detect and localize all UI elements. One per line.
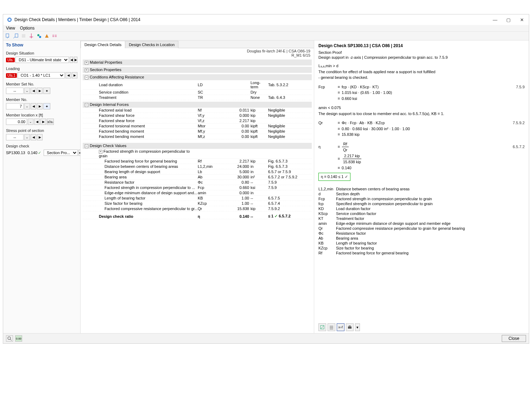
cond1-note2: - general bearing is checked. [318, 75, 525, 81]
ms-dropdown[interactable]: ⌄ [24, 88, 30, 94]
mn-dropdown[interactable]: ⌄ [24, 103, 30, 109]
legend-desc: Service condition factor [336, 211, 525, 216]
bottom-icon-1[interactable] [6, 335, 13, 342]
row-ref: 6.5.7 or 7.5.9 [268, 170, 310, 174]
collapse-icon[interactable]: − [85, 103, 88, 107]
legend-row: KZcpSize factor for bearing [318, 246, 525, 251]
table-row: Factored axial loadNf0.011kipNegligible [83, 108, 312, 113]
dc-id: SP1300.13 [6, 151, 25, 155]
row-val: 0.00 [222, 129, 251, 133]
right-footer-toolbar: x=f ▾ [318, 323, 360, 331]
row-ref: 7.5.9.2 [268, 207, 310, 211]
design-situation-label: Design Situation [6, 51, 77, 55]
member-set-input[interactable] [6, 88, 24, 94]
row-ref: Tab. 6.4.3 [268, 95, 310, 100]
expand-icon[interactable]: + [85, 68, 88, 72]
row-name: Resistance factor [93, 180, 198, 184]
loading-select[interactable]: CO1 - 1.40 * LC1 [18, 72, 65, 78]
sp-next-button[interactable]: ▶ [37, 134, 43, 140]
design-situation-select[interactable]: DS1 - Ultimate limit state [15, 57, 69, 63]
tree-pane[interactable]: +Material Properties +Section Properties… [81, 58, 314, 333]
ds-next-button[interactable]: ▶ [74, 57, 77, 63]
sp-prev-button[interactable]: ◀ [31, 134, 36, 140]
legend-sym: KT [318, 216, 336, 221]
mn-prev-button[interactable]: ◀ [31, 103, 36, 109]
row-sym: KB [198, 196, 222, 200]
maximize-button[interactable]: ▢ [505, 17, 512, 23]
legend-sym: Ab [318, 236, 336, 240]
expand-icon[interactable]: + [85, 61, 88, 65]
legend-row: KBLength of bearing factor [318, 241, 525, 246]
cond1-note1: The condition for effect of loads applie… [318, 69, 525, 75]
tool-icon-7[interactable] [51, 32, 58, 39]
co-prev-button[interactable]: ◀ [65, 72, 71, 78]
row-val: 2.217 [222, 119, 251, 123]
tab-location[interactable]: Design Checks in Location [125, 41, 178, 48]
fcp-block: Fcp=fcp · (KD · KScp · KT)7.5.9 =1.015 k… [318, 84, 525, 102]
co-next-button[interactable]: ▶ [72, 72, 77, 78]
ms-next-button[interactable]: ▶ [37, 88, 43, 94]
xx0-button[interactable]: x/x₀ [47, 119, 54, 125]
tab-details[interactable]: Design Check Details [81, 41, 125, 48]
row-ref: 6.5.7.4 [268, 201, 310, 205]
bottom-icon-2[interactable]: 0.00 [15, 335, 22, 342]
cond-block: L₁,₂,min > d The condition for effect of… [318, 63, 525, 81]
table-row: Distance between centers of bearing area… [83, 164, 312, 169]
bottombar: 0.00 Close [3, 333, 529, 343]
row-name: Factored bending moment [93, 134, 198, 139]
minimize-button[interactable]: — [492, 17, 499, 23]
row-sym: Qr [198, 207, 222, 211]
legend-row: fcpSpecified strength in compression per… [318, 201, 525, 206]
ms-prev-button[interactable]: ◀ [31, 88, 36, 94]
ds-tag: Uls. [6, 58, 15, 62]
print-icon[interactable] [346, 323, 354, 331]
row-sym: amin [198, 191, 222, 195]
material-label: Douglas fir-larch 24f-E | CSA O86-19 [247, 49, 310, 53]
tool-icon-1[interactable] [5, 32, 12, 39]
menu-options[interactable]: Options [20, 26, 34, 31]
member-no-input[interactable] [6, 103, 24, 109]
rf-icon-3[interactable]: x=f [337, 323, 344, 331]
group-forces[interactable]: −Design Internal Forces [83, 102, 312, 108]
rf-icon-2[interactable] [328, 323, 335, 331]
row-ref: Fig. 6.5.7.3 [268, 159, 310, 163]
stress-point-label: Stress point of section [6, 128, 77, 133]
subgroup-fcp[interactable]: + Factored strength in compression perpe… [83, 149, 312, 159]
tool-icon-4[interactable] [28, 32, 35, 39]
stress-point-input[interactable] [6, 134, 24, 140]
collapse-icon[interactable]: − [85, 144, 88, 148]
mn-pick-icon[interactable]: ✦ [43, 103, 50, 109]
member-loc-input[interactable] [6, 119, 27, 125]
svg-rect-4 [22, 34, 25, 38]
dc-type-select[interactable]: Section Pro... [44, 150, 78, 156]
tool-icon-3[interactable] [20, 32, 27, 39]
group-section[interactable]: +Section Properties [83, 67, 312, 73]
tool-icon-2[interactable] [12, 32, 19, 39]
ds-prev-button[interactable]: ◀ [70, 57, 73, 63]
row-unit: Dry [251, 90, 268, 94]
close-button[interactable]: Close [502, 335, 526, 342]
ml-prev-button[interactable]: ◀ [34, 119, 40, 125]
tool-icon-6[interactable] [43, 32, 50, 39]
rf-icon-1[interactable] [318, 323, 326, 331]
table-row: Factored shear forceVf,y0.000kipNegligib… [83, 113, 312, 118]
rf-dropdown-icon[interactable]: ▾ [355, 323, 360, 331]
group-conditions[interactable]: −Conditions Affecting Resistance [83, 74, 312, 80]
right-sub2: Design support in -z-axis | Compression … [318, 55, 525, 59]
member-set-label: Member Set No. [6, 82, 77, 86]
titlebar: Design Check Details | Members | Timber … [3, 14, 529, 25]
sp-dropdown[interactable]: ⌄ [24, 134, 30, 140]
legend-desc: Factored compressive resistance perpendi… [336, 226, 525, 230]
group-material[interactable]: +Material Properties [83, 59, 312, 65]
collapse-icon[interactable]: − [85, 76, 88, 80]
row-unit: kip [251, 108, 268, 112]
group-checks[interactable]: −Design Check Values [83, 143, 312, 149]
tool-icon-5[interactable] [36, 32, 43, 39]
ms-pick-icon[interactable]: ✦ [43, 88, 50, 94]
mn-next-button[interactable]: ▶ [37, 103, 43, 109]
close-window-button[interactable]: ✕ [518, 17, 525, 23]
ml-next-button[interactable]: ▶ [40, 119, 46, 125]
ml-dropdown[interactable]: ⌄ [28, 119, 33, 125]
menu-view[interactable]: View [6, 26, 15, 31]
amin-block: amin < 0.075 The design support is too c… [318, 105, 525, 116]
